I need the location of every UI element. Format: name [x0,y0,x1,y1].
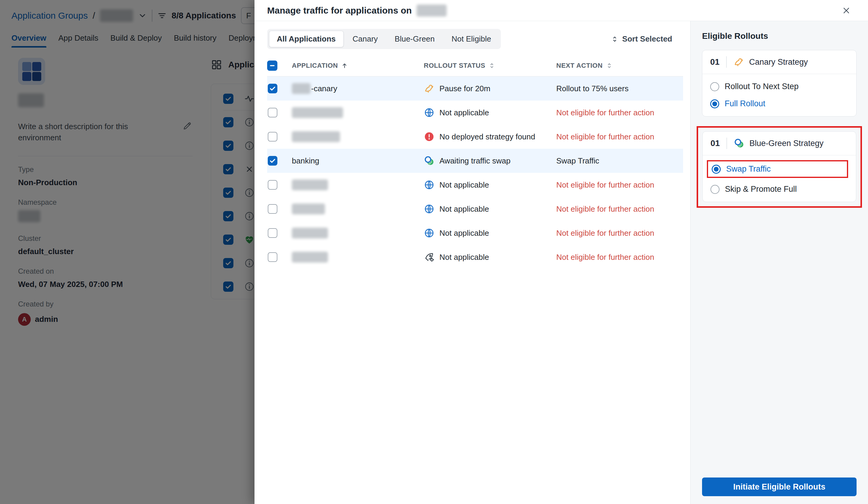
card-divider [726,56,727,68]
row-checkbox[interactable] [268,84,277,93]
row-checkbox[interactable] [268,180,277,190]
applications-table-area: All Applications Canary Blue-Green Not E… [255,21,690,504]
sort-updown-icon [488,62,495,69]
table-row[interactable]: -canary Pause for 20m Rollout to 75% use… [267,76,683,101]
sort-selected-label: Sort Selected [622,34,672,44]
tab-all-applications[interactable]: All Applications [269,31,344,47]
next-action-text: Not eligible for further action [556,229,683,238]
radio-label: Rollout To Next Step [725,82,799,91]
rollout-status-text: Pause for 20m [440,84,490,93]
rollout-status-text: Awaiting traffic swap [440,156,510,166]
card-divider [726,138,727,149]
annotation-rectangle: 01 Blue-Green Strategy Swap Traffic [696,126,862,208]
globe-icon [424,179,435,190]
rollout-status-text: Not applicable [440,204,489,214]
rollout-status-text: Not applicable [440,108,489,117]
radio-icon [710,82,719,91]
tab-blue-green[interactable]: Blue-Green [387,31,442,47]
redacted-text [292,83,310,94]
table-header: APPLICATION ROLLOUT STATUS NEXT ACTION [267,56,683,76]
tab-canary[interactable]: Canary [345,31,386,47]
drawer-title-text: Manage traffic for applications on [267,6,412,15]
blue-green-icon [424,155,435,166]
eligible-rollouts-panel: Eligible Rollouts 01 Canary Strategy Rol… [690,21,868,504]
row-checkbox[interactable] [268,132,277,141]
next-action-text: Swap Traffic [556,156,683,166]
drawer-title: Manage traffic for applications on [267,4,447,17]
sort-selected-button[interactable]: Sort Selected [611,34,672,44]
next-action-text: Not eligible for further action [556,180,683,190]
redacted-text [292,179,328,190]
rollout-status-text: Not applicable [440,229,489,238]
canary-icon [424,83,435,94]
initiate-eligible-rollouts-button[interactable]: Initiate Eligible Rollouts [702,477,857,496]
error-icon [424,131,435,142]
annotation-rectangle: Swap Traffic [707,160,848,178]
drawer-header: Manage traffic for applications on [255,0,868,21]
screen: Application Groups / 8/8 Applications F … [0,0,868,504]
table-row[interactable]: Not applicable Not eligible for further … [267,197,683,221]
rocket-gear-icon [424,252,435,263]
rollout-status-text: No deployed strategy found [440,132,535,141]
radio-icon [711,185,720,194]
globe-icon [424,228,435,239]
strategy-name: Canary Strategy [749,57,808,67]
next-action-text: Rollout to 75% users [556,84,683,93]
strategy-index: 01 [710,57,720,67]
radio-full-rollout[interactable]: Full Rollout [710,99,848,108]
column-rollout-status[interactable]: ROLLOUT STATUS [424,62,556,70]
column-next-action[interactable]: NEXT ACTION [556,62,683,70]
next-action-text: Not eligible for further action [556,204,683,214]
table-row[interactable]: Not applicable Not eligible for further … [267,101,683,125]
eligible-rollouts-title: Eligible Rollouts [702,31,857,41]
table-row[interactable]: Not applicable Not eligible for further … [267,221,683,245]
row-checkbox[interactable] [268,108,277,117]
radio-label: Full Rollout [725,99,765,108]
row-checkbox[interactable] [268,228,277,238]
radio-icon [710,99,719,108]
next-action-text: Not eligible for further action [556,132,683,141]
radio-skip-promote-full[interactable]: Skip & Promote Full [711,185,848,194]
sort-asc-icon [341,62,348,69]
close-icon[interactable] [840,4,853,17]
sort-updown-icon [611,35,619,43]
table-row[interactable]: banking Awaiting traffic swap Swap Traff… [267,149,683,173]
row-checkbox[interactable] [268,204,277,214]
row-checkbox[interactable] [268,252,277,262]
select-all-checkbox[interactable] [267,61,277,71]
application-name: -canary [311,84,337,93]
radio-icon [712,165,721,174]
blue-green-icon [734,138,744,149]
tab-not-eligible[interactable]: Not Eligible [444,31,499,47]
canary-strategy-card: 01 Canary Strategy Rollout To Next Step … [702,50,857,116]
blue-green-strategy-card: 01 Blue-Green Strategy Swap Traffic [702,131,856,202]
radio-label: Skip & Promote Full [725,185,797,194]
redacted-text [292,107,343,118]
table-row[interactable]: No deployed strategy found Not eligible … [267,125,683,149]
redacted-text [292,228,328,239]
strategy-index: 01 [711,138,720,148]
globe-icon [424,107,435,118]
sort-updown-icon [606,62,613,69]
next-action-text: Not eligible for further action [556,253,683,262]
rollout-status-text: Not applicable [440,253,489,262]
globe-icon [424,203,435,214]
next-action-text: Not eligible for further action [556,108,683,117]
radio-swap-traffic[interactable]: Swap Traffic [712,165,771,174]
strategy-name: Blue-Green Strategy [749,139,824,148]
application-name: banking [292,156,319,166]
row-checkbox[interactable] [268,156,277,166]
manage-traffic-drawer: Manage traffic for applications on All A… [255,0,868,504]
redacted-text [292,252,328,263]
redacted-environment-name [416,4,447,17]
canary-icon [733,56,744,67]
redacted-text [292,203,325,214]
table-row[interactable]: Not applicable Not eligible for further … [267,173,683,197]
rollout-status-text: Not applicable [440,180,489,190]
redacted-text [292,131,340,142]
radio-label: Swap Traffic [726,165,771,174]
filter-tabs: All Applications Canary Blue-Green Not E… [267,29,501,49]
table-row[interactable]: Not applicable Not eligible for further … [267,245,683,269]
column-application[interactable]: APPLICATION [292,62,424,70]
radio-rollout-to-next-step[interactable]: Rollout To Next Step [710,82,848,91]
